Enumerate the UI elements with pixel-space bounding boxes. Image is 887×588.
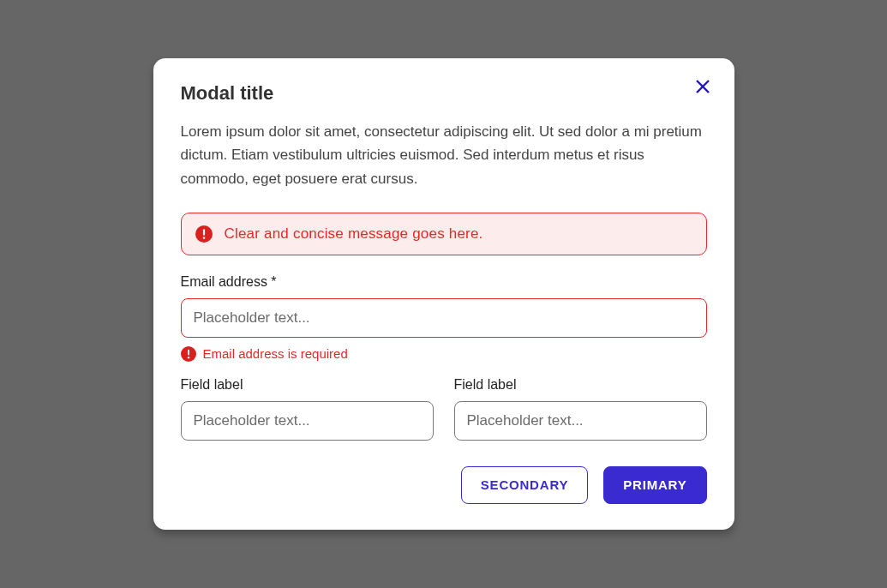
secondary-fields-row: Field label Field label: [181, 377, 707, 441]
modal-title: Modal title: [181, 82, 707, 105]
field-a-label: Field label: [181, 377, 434, 393]
svg-point-7: [187, 357, 189, 358]
error-alert-text: Clear and concise message goes here.: [225, 225, 483, 243]
field-b-input[interactable]: [454, 401, 707, 441]
modal-footer: SECONDARY PRIMARY: [181, 466, 707, 504]
primary-button[interactable]: PRIMARY: [603, 466, 706, 504]
exclamation-circle-icon: [181, 346, 196, 362]
email-field[interactable]: [181, 298, 707, 338]
exclamation-circle-icon: [195, 225, 213, 243]
field-b-label: Field label: [454, 377, 707, 393]
modal-dialog: Modal title Lorem ipsum dolor sit amet, …: [153, 58, 734, 530]
email-form-group: Email address * Email address is require…: [181, 274, 707, 362]
error-alert: Clear and concise message goes here.: [181, 213, 707, 255]
svg-rect-3: [202, 229, 204, 236]
email-error: Email address is required: [181, 346, 707, 362]
close-button[interactable]: [690, 74, 716, 99]
field-a-form-group: Field label: [181, 377, 434, 441]
modal-description: Lorem ipsum dolor sit amet, consectetur …: [181, 120, 707, 190]
field-a-input[interactable]: [181, 401, 434, 441]
close-icon: [694, 78, 711, 95]
field-b-form-group: Field label: [454, 377, 707, 441]
secondary-button[interactable]: SECONDARY: [461, 466, 589, 504]
svg-point-4: [202, 237, 205, 239]
svg-rect-6: [188, 350, 189, 356]
email-error-text: Email address is required: [203, 346, 348, 361]
email-label: Email address *: [181, 274, 707, 290]
